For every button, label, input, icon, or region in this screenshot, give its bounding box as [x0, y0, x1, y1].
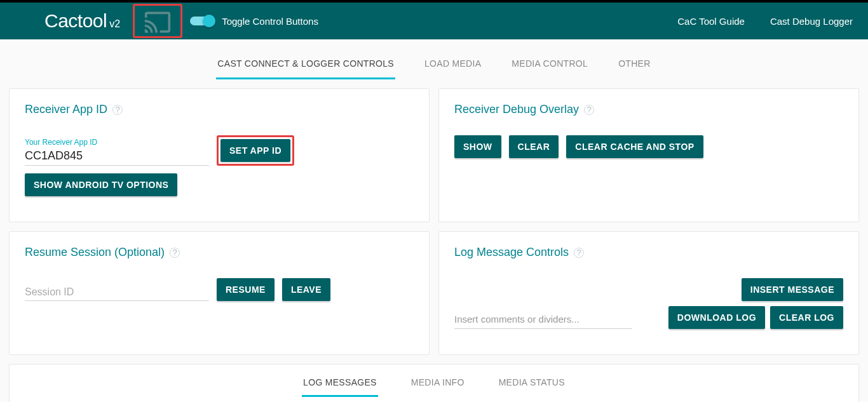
- main-tabs: CAST CONNECT & LOGGER CONTROLS LOAD MEDI…: [0, 39, 868, 79]
- help-icon[interactable]: ?: [584, 105, 594, 115]
- link-cac-tool-guide[interactable]: CaC Tool Guide: [677, 16, 745, 27]
- panel-title-log-controls: Log Message Controls: [454, 246, 569, 259]
- tab-load-media[interactable]: LOAD MEDIA: [423, 55, 482, 79]
- show-button[interactable]: SHOW: [454, 135, 501, 158]
- panel-title-resume-session: Resume Session (Optional): [25, 246, 165, 259]
- leave-button[interactable]: LEAVE: [282, 278, 330, 301]
- link-cast-debug-logger[interactable]: Cast Debug Logger: [770, 16, 853, 27]
- lower-section: LOG MESSAGES MEDIA INFO MEDIA STATUS Cus…: [9, 364, 859, 402]
- tab-media-status[interactable]: MEDIA STATUS: [498, 373, 566, 397]
- toggle-control-buttons[interactable]: Toggle Control Buttons: [190, 16, 318, 27]
- receiver-app-id-input[interactable]: [25, 148, 209, 166]
- panel-receiver-debug-overlay: Receiver Debug Overlay ? SHOW CLEAR CLEA…: [438, 88, 859, 222]
- receiver-app-id-label: Your Receiver App ID: [25, 138, 209, 147]
- toggle-switch[interactable]: [190, 17, 213, 25]
- header-links: CaC Tool Guide Cast Debug Logger: [677, 16, 853, 27]
- app-logo: Cactool v2: [44, 10, 120, 32]
- clear-log-button[interactable]: CLEAR LOG: [770, 306, 843, 329]
- toggle-label: Toggle Control Buttons: [222, 16, 318, 27]
- show-android-tv-options-button[interactable]: SHOW ANDROID TV OPTIONS: [25, 173, 177, 196]
- insert-message-button[interactable]: INSERT MESSAGE: [742, 278, 843, 301]
- help-icon[interactable]: ?: [112, 105, 123, 115]
- cast-icon[interactable]: [140, 8, 175, 36]
- clear-cache-stop-button[interactable]: CLEAR CACHE AND STOP: [566, 135, 703, 158]
- panel-resume-session: Resume Session (Optional) ? RESUME LEAVE: [9, 231, 430, 355]
- panel-receiver-app-id: Receiver App ID ? Your Receiver App ID S…: [9, 88, 430, 222]
- clear-button[interactable]: CLEAR: [509, 135, 559, 158]
- set-app-id-button[interactable]: SET APP ID: [220, 139, 290, 162]
- resume-button[interactable]: RESUME: [217, 278, 275, 301]
- panel-title-receiver-app: Receiver App ID: [25, 103, 107, 116]
- lower-tabs: LOG MESSAGES MEDIA INFO MEDIA STATUS: [10, 373, 858, 397]
- panel-log-message-controls: Log Message Controls ? INSERT MESSAGE DO…: [438, 231, 859, 355]
- tab-media-info[interactable]: MEDIA INFO: [410, 373, 466, 397]
- log-comment-input[interactable]: [454, 311, 632, 329]
- tab-media-control[interactable]: MEDIA CONTROL: [510, 55, 589, 79]
- panel-title-debug-overlay: Receiver Debug Overlay: [454, 103, 579, 116]
- custom-tags-row: Custom Tags: All Tags: [10, 397, 858, 402]
- logo-sub: v2: [109, 18, 120, 30]
- help-icon[interactable]: ?: [170, 248, 180, 258]
- download-log-button[interactable]: DOWNLOAD LOG: [668, 306, 765, 329]
- app-header: Cactool v2 Toggle Control Buttons CaC To…: [0, 3, 868, 39]
- tab-log-messages[interactable]: LOG MESSAGES: [302, 373, 378, 397]
- set-app-id-highlight: SET APP ID: [217, 135, 294, 166]
- tab-cast-connect[interactable]: CAST CONNECT & LOGGER CONTROLS: [216, 55, 395, 79]
- session-id-input[interactable]: [25, 285, 209, 301]
- help-icon[interactable]: ?: [574, 248, 584, 258]
- tab-other[interactable]: OTHER: [617, 55, 652, 79]
- logo-main: Cactool: [44, 10, 107, 32]
- cast-icon-highlight: [133, 4, 182, 38]
